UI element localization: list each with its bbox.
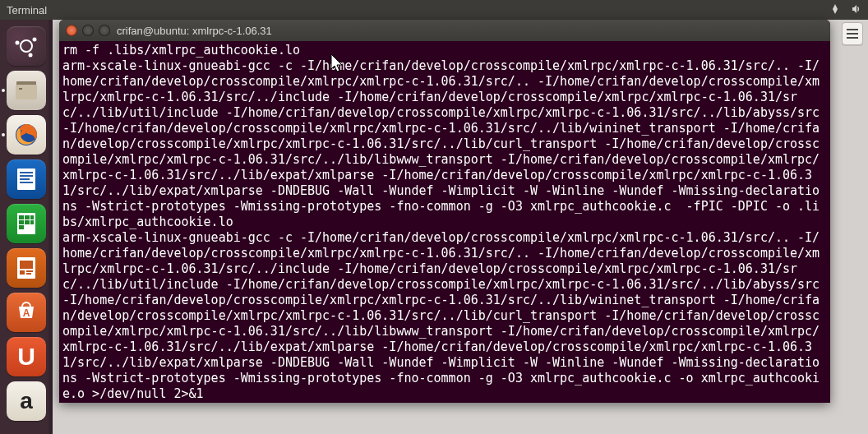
terminal-body[interactable]: rm -f .libs/xmlrpc_authcookie.lo arm-xsc… [59, 41, 830, 403]
indicator-area [829, 0, 863, 20]
launcher-ubuntu-one[interactable]: U [7, 337, 46, 376]
minimize-button[interactable] [82, 25, 94, 36]
svg-rect-18 [25, 220, 30, 224]
top-menubar: Terminal [0, 0, 868, 20]
window-controls [66, 25, 110, 36]
svg-point-2 [16, 41, 20, 45]
launcher-writer[interactable] [7, 159, 46, 199]
svg-rect-17 [19, 220, 24, 224]
svg-rect-27 [847, 29, 858, 30]
launcher-firefox[interactable] [7, 115, 46, 155]
ubuntu-one-letter: U [17, 343, 35, 371]
svg-rect-14 [19, 215, 24, 219]
svg-point-0 [21, 40, 32, 52]
svg-rect-28 [847, 33, 858, 35]
svg-rect-22 [20, 261, 33, 269]
close-button[interactable] [66, 25, 77, 36]
launcher-calc[interactable] [7, 204, 46, 243]
svg-point-1 [33, 38, 37, 42]
terminal-titlebar[interactable]: crifan@ubuntu: xmlrpc-c-1.06.31 [59, 20, 830, 41]
svg-rect-10 [20, 175, 33, 177]
amazon-letter: a [20, 388, 33, 414]
overflow-menu-button[interactable] [842, 22, 863, 45]
launcher-software-center[interactable]: A [7, 293, 46, 332]
hamburger-icon [847, 29, 858, 39]
svg-text:A: A [23, 307, 30, 319]
launcher-impress[interactable] [7, 248, 46, 288]
svg-rect-24 [26, 270, 33, 272]
svg-rect-19 [30, 220, 34, 224]
maximize-button[interactable] [99, 25, 110, 36]
svg-rect-29 [847, 37, 858, 39]
svg-rect-9 [20, 172, 33, 173]
launcher-dash[interactable] [7, 26, 46, 66]
svg-rect-5 [16, 85, 37, 99]
launcher-amazon[interactable]: a [7, 381, 46, 421]
svg-rect-6 [19, 88, 22, 90]
svg-rect-16 [30, 215, 34, 219]
network-icon[interactable] [829, 2, 842, 18]
app-title: Terminal [7, 4, 47, 16]
svg-rect-12 [20, 182, 33, 183]
terminal-title: crifan@ubuntu: xmlrpc-c-1.06.31 [117, 25, 272, 37]
unity-launcher: A U a [0, 20, 53, 434]
svg-point-3 [29, 53, 33, 58]
svg-rect-15 [25, 215, 30, 219]
svg-rect-25 [26, 273, 31, 275]
launcher-files[interactable] [7, 71, 46, 110]
svg-rect-23 [20, 270, 25, 275]
volume-icon[interactable] [850, 2, 863, 18]
terminal-window: crifan@ubuntu: xmlrpc-c-1.06.31 rm -f .l… [59, 20, 830, 403]
svg-rect-11 [20, 178, 30, 180]
svg-rect-20 [19, 225, 24, 229]
